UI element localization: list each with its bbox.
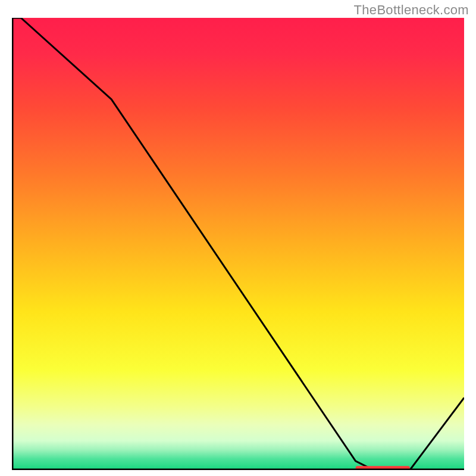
attribution-label: TheBottleneck.com	[354, 2, 469, 18]
chart-container: TheBottleneck.com	[0, 0, 476, 476]
chart-plot	[12, 18, 464, 470]
chart-svg	[12, 18, 464, 470]
gradient-background	[12, 18, 464, 470]
